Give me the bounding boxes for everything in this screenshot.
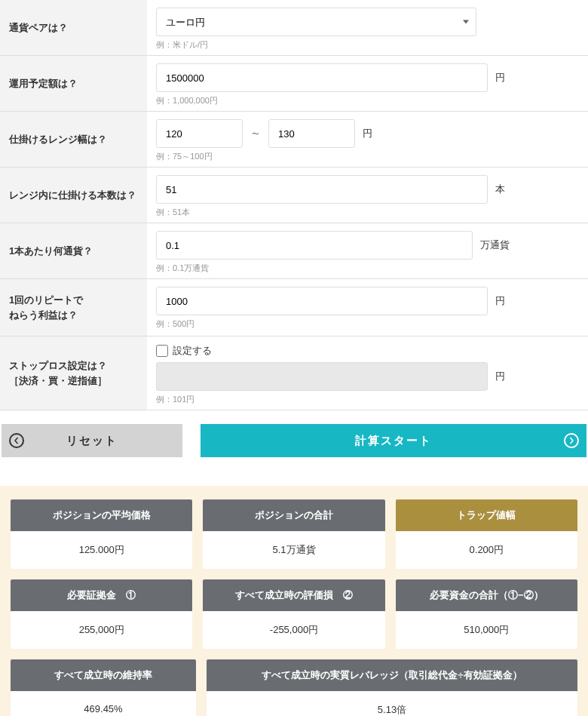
count-label: レンジ内に仕掛ける本数は？ — [0, 167, 147, 223]
currency-pair-select[interactable]: ユーロ円 — [156, 8, 476, 36]
result-card-valuation-loss: すべて成立時の評価損 ② -255,000円 — [203, 579, 384, 649]
budget-label: 運用予定額は？ — [0, 56, 147, 111]
range-hint: 例：75～100円 — [156, 151, 579, 162]
lot-label: 1本あたり何通貨？ — [0, 223, 147, 278]
lot-input[interactable] — [156, 231, 473, 260]
profit-input[interactable] — [156, 287, 488, 315]
result-card-margin: 必要証拠金 ① 255,000円 — [11, 579, 192, 649]
profit-label: 1回のリピートでねらう利益は？ — [0, 279, 147, 336]
count-input[interactable] — [156, 175, 488, 204]
stoploss-input — [156, 362, 488, 391]
currency-pair-label: 通貨ペアは？ — [0, 0, 147, 55]
count-hint: 例：51本 — [156, 207, 579, 218]
stoploss-unit: 円 — [495, 370, 505, 383]
budget-hint: 例：1,000,000円 — [156, 95, 579, 106]
range-from-input[interactable] — [156, 119, 243, 148]
reset-button[interactable]: リセット — [2, 424, 182, 457]
chevron-right-icon — [564, 433, 579, 448]
stoploss-hint: 例：101円 — [156, 394, 579, 405]
count-unit: 本 — [495, 183, 505, 196]
chevron-left-icon — [9, 433, 24, 448]
range-label: 仕掛けるレンジ幅は？ — [0, 112, 147, 167]
range-to-input[interactable] — [268, 119, 355, 148]
profit-hint: 例：500円 — [156, 318, 579, 330]
result-card-maintenance-rate: すべて成立時の維持率 469.45% — [11, 659, 196, 716]
budget-input[interactable] — [156, 63, 488, 92]
budget-unit: 円 — [495, 71, 505, 85]
currency-pair-hint: 例：米ドル/円 — [156, 39, 579, 51]
results-panel: ポジションの平均価格 125.000円 ポジションの合計 5.1万通貨 トラップ… — [0, 486, 588, 716]
lot-hint: 例：0.1万通貨 — [156, 263, 579, 274]
stoploss-checkbox-label: 設定する — [173, 344, 212, 358]
calculate-button[interactable]: 計算スタート — [201, 424, 586, 457]
range-unit: 円 — [363, 127, 372, 140]
result-card-required-funds: 必要資金の合計（①−②） 510,000円 — [396, 579, 577, 649]
result-card-position-total: ポジションの合計 5.1万通貨 — [203, 499, 384, 569]
result-card-leverage: すべて成立時の実質レバレッジ（取引総代金÷有効証拠金） 5.13倍 — [207, 659, 577, 716]
range-tilde: ～ — [250, 127, 261, 140]
result-card-trap-width: トラップ値幅 0.200円 — [396, 499, 577, 569]
stoploss-label: ストップロス設定は？［決済・買・逆指値］ — [0, 336, 147, 410]
profit-unit: 円 — [495, 294, 505, 308]
result-card-avg-price: ポジションの平均価格 125.000円 — [11, 499, 192, 569]
stoploss-checkbox[interactable] — [156, 345, 168, 357]
lot-unit: 万通貨 — [480, 238, 510, 252]
